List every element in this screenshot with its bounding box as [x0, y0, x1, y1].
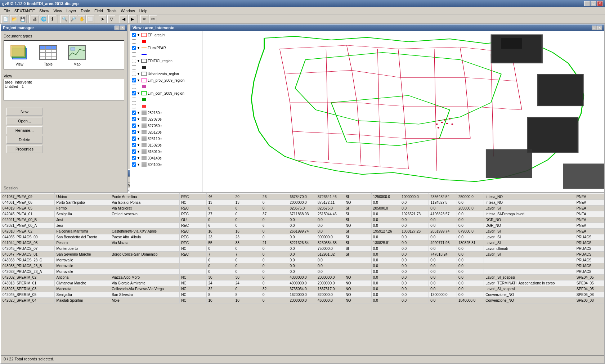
info-btn[interactable]: ℹ [48, 15, 56, 23]
new-btn[interactable]: 📄 [1, 15, 9, 23]
doc-type-table[interactable]: Table [36, 44, 61, 66]
layer-checkbox-fiumippar_sym[interactable] [132, 52, 136, 57]
layer-item-lim_prov[interactable]: ▼Lim_prov_2009_region [131, 77, 201, 84]
panel-restore-btn[interactable]: □ [115, 26, 120, 30]
layer-checkbox-327030e[interactable] [132, 123, 136, 128]
panel-close-btn[interactable]: ✕ [120, 26, 125, 30]
layer-checkbox-304140e[interactable] [132, 156, 136, 160]
open-button[interactable]: Open... [6, 117, 42, 125]
del-btn[interactable]: ✂ [149, 15, 157, 23]
zoom-ext-btn[interactable]: ⬜ [86, 15, 94, 23]
new-button[interactable]: New [6, 108, 42, 116]
table-row[interactable]: 043047_PRUACS_01San Severino MarcheBorgo… [1, 252, 604, 257]
layer-checkbox-lim_prov[interactable] [132, 78, 136, 82]
layer-item-lim_com_sym[interactable] [131, 96, 201, 103]
menu-layer[interactable]: Layer [64, 8, 79, 14]
layer-item-282130e[interactable]: ▼282130e [131, 109, 201, 116]
table-row[interactable]: 042021_PNEA_00_AJesiREC6060.00.0NO0.00.0… [1, 223, 604, 229]
table-content[interactable]: Cod_areaComuneNome_areaInt_TipoR_TotR_So… [1, 176, 604, 355]
layer-item-edifici_sym[interactable] [131, 64, 201, 71]
minimize-btn[interactable]: _ [584, 1, 590, 6]
layer-checkbox-edifici_sym[interactable] [132, 65, 136, 69]
table-row[interactable]: 042023_SPERIM_04Maiolati SpontiniMoieNC1… [1, 298, 604, 304]
table-row[interactable]: 043013_SPERIM_01Civitanova MarcheVia Gio… [1, 280, 604, 286]
table-row[interactable]: 043033_PRUACS_23_BMorrovalle0000.00.00.0… [1, 263, 604, 269]
layer-checkbox-lim_com_sym2[interactable] [132, 104, 136, 108]
table-row[interactable]: 042018_PNEA_02Falconara MarittimaCastelf… [1, 229, 604, 234]
layer-item-315010e[interactable]: ▼315010e [131, 148, 201, 155]
layer-item-urbanizzato[interactable]: ▼Urbanizzato_region [131, 71, 201, 77]
layer-item-315020e[interactable]: ▼315020e [131, 142, 201, 148]
doc-type-view[interactable]: View [7, 44, 32, 66]
view-panel-close-btn[interactable]: ✕ [597, 26, 602, 30]
menu-file[interactable]: File [1, 8, 12, 14]
rename-button[interactable]: Rename... [6, 126, 42, 134]
map-canvas[interactable] [202, 31, 604, 192]
open-btn[interactable]: 📂 [10, 15, 18, 23]
menu-tools[interactable]: Tools [105, 8, 119, 14]
table-row[interactable]: 041067_PNEA_09UrbinoPonte ArmellinaREC46… [1, 194, 604, 200]
layer-item-fiumippar[interactable]: ▼FiumiPPAR [131, 45, 201, 51]
layer-item-304140e[interactable]: ▼304140e [131, 155, 201, 161]
table-row[interactable]: 044019_PNEA_05FermoVia MiglioratiREC8808… [1, 206, 604, 211]
edit-btn[interactable]: ✏ [140, 15, 148, 23]
table-row[interactable]: 044061_PNEA_06Porto Sant'ElpidioVia Isol… [1, 200, 604, 206]
view-panel-title[interactable]: View : aree_intervento □ ✕ [130, 24, 604, 31]
layer-checkbox-lim_com[interactable] [132, 91, 136, 95]
layer-checkbox-edifici_region[interactable] [132, 59, 136, 63]
layer-item-lim_com_sym2[interactable] [131, 103, 201, 109]
layer-checkbox-326110e[interactable] [132, 136, 136, 141]
layer-item-ep_areaint_sym[interactable] [131, 38, 201, 45]
table-row[interactable]: 043033_PRUACS_23_AMorrovalle0000.00.00.0… [1, 269, 604, 275]
menu-show[interactable]: Show [37, 8, 51, 14]
layer-item-326120e[interactable]: ▼326120e [131, 129, 201, 135]
save-btn[interactable]: 💾 [19, 15, 27, 23]
layer-item-lim_prov_sym[interactable] [131, 84, 201, 90]
layer-checkbox-315010e[interactable] [132, 149, 136, 154]
layer-item-ep_areaint[interactable]: ▼EP_areaint [131, 32, 201, 38]
table-row[interactable]: 042045_SPERIM_05SenigalliaSan SilvestroN… [1, 292, 604, 298]
view-panel-restore-btn[interactable]: □ [592, 26, 597, 30]
layer-checkbox-315020e[interactable] [132, 143, 136, 147]
close-btn[interactable]: ✕ [597, 1, 603, 6]
view-list-item-1[interactable]: Untitled - 1 [5, 84, 123, 89]
project-manager-title[interactable]: Project manager □ ✕ [1, 24, 127, 31]
globe-btn[interactable]: 🌐 [40, 15, 48, 23]
table-row[interactable]: 043033_PRUACS_23_CMorrovalle0000.00.00.0… [1, 257, 604, 263]
layer-item-327070e[interactable]: ▼327070e [131, 116, 201, 122]
layer-checkbox-lim_prov_sym[interactable] [132, 85, 136, 89]
layer-item-fiumippar_sym[interactable] [131, 51, 201, 58]
menu-field[interactable]: Field [92, 8, 105, 14]
layer-list[interactable]: ▼EP_areaint▼FiumiPPAR▼EDIFICI_region▼Urb… [130, 31, 202, 192]
layer-item-lim_com[interactable]: ▼Lim_com_2009_region [131, 90, 201, 96]
layer-item-edifici_region[interactable]: ▼EDIFICI_region [131, 58, 201, 64]
table-row[interactable]: 043023_SPERIM_03MacerataCollevario-Via P… [1, 286, 604, 292]
print-btn[interactable]: 🖨 [31, 15, 39, 23]
menu-help[interactable]: Help [137, 8, 150, 14]
layer-item-304100e[interactable]: ▼304100e [131, 161, 201, 168]
pan-btn[interactable]: ✋ [78, 15, 86, 23]
view-list-item-0[interactable]: aree_intervento [5, 80, 123, 84]
layer-checkbox-327070e[interactable] [132, 117, 136, 121]
delete-button[interactable]: Delete [6, 136, 42, 144]
table-row[interactable]: 042045_PNEA_01SenigalliaOrti del vescovo… [1, 211, 604, 217]
next-btn[interactable]: ▶ [128, 15, 136, 23]
table-row[interactable]: 041044_PRUACS_08PesaroVia MazzaREC553321… [1, 240, 604, 246]
layer-checkbox-326120e[interactable] [132, 130, 136, 134]
table-row[interactable]: 042021_PNEA_00_BJesiOU0000.00.0SI0.00.00… [1, 217, 604, 223]
zoom-out-btn[interactable]: 🔎 [69, 15, 77, 23]
select-btn[interactable]: ➤ [99, 15, 107, 23]
view-list-box[interactable]: aree_intervento Untitled - 1 [4, 79, 124, 100]
layer-checkbox-304100e[interactable] [132, 162, 136, 167]
menu-table[interactable]: Table [79, 8, 92, 14]
layer-item-326110e[interactable]: ▼326110e [131, 135, 201, 142]
zoom-in-btn[interactable]: 🔍 [60, 15, 68, 23]
layer-checkbox-lim_com_sym[interactable] [132, 98, 136, 102]
layer-checkbox-ep_areaint[interactable] [132, 33, 136, 37]
menu-window[interactable]: Window [119, 8, 137, 14]
doc-type-map[interactable]: Map [64, 44, 90, 66]
filter-btn[interactable]: ▽ [107, 15, 115, 23]
restore-btn[interactable]: □ [591, 1, 596, 6]
table-row[interactable]: 044065_PRUACS_00San Benedetto del Tronto… [1, 234, 604, 240]
prev-btn[interactable]: ◀ [120, 15, 127, 23]
